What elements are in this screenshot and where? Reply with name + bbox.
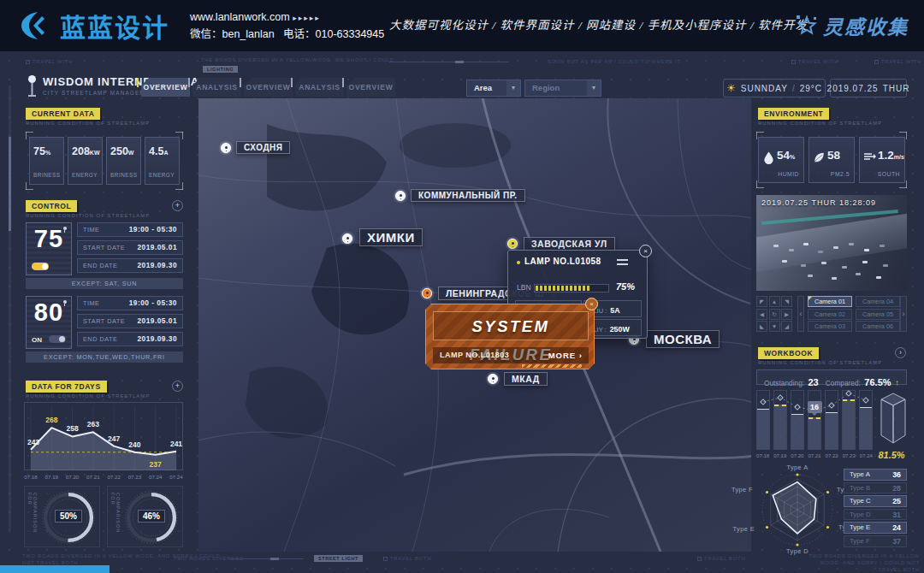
end-date-row[interactable]: END DATE2019.09.30: [77, 332, 183, 346]
map-pin-skhodnya[interactable]: [218, 140, 234, 156]
type-row-f[interactable]: Type F37: [844, 535, 907, 547]
current-data-subtitle: RUNNING CONDITION OF STREETLAMP: [26, 121, 150, 126]
svg-text:263: 263: [87, 420, 99, 428]
svg-text:240: 240: [128, 440, 140, 449]
bar-date-label: 07.18: [756, 452, 769, 458]
tab-overview-2[interactable]: OVERVIEW: [244, 78, 293, 97]
weather-condition: SUNNDAY: [741, 84, 788, 93]
pan-up-left-button[interactable]: ◤: [756, 296, 767, 307]
workbook-expand-button[interactable]: ›: [895, 347, 906, 358]
time-row[interactable]: TIME19:00 - 05:30: [77, 296, 183, 310]
camera-04-button[interactable]: Camera 04: [856, 296, 900, 307]
decor-bottom-check-2: TRAVEL BOTH: [697, 555, 745, 562]
bar-slot: [859, 390, 873, 450]
power-toggle-2[interactable]: [49, 335, 66, 343]
week-chart-add-button[interactable]: +: [172, 381, 183, 392]
pan-up-button[interactable]: ▲: [769, 296, 780, 307]
pan-right-button[interactable]: ▶: [781, 309, 792, 320]
brightness-level-box-1: 75 ON: [26, 222, 72, 275]
system-failure-alert: SYSTEM FAILURE LAMP NO.L01803 MORE ›: [425, 304, 595, 369]
start-date-row[interactable]: START DATE2019.05.01: [77, 240, 183, 255]
streetlamp-icon: [26, 74, 38, 98]
reset-view-button[interactable]: ↻: [769, 309, 780, 320]
map-pin-khimki[interactable]: [340, 231, 355, 246]
camera-02-button[interactable]: Camera 02: [808, 309, 852, 320]
alert-lamp-id: LAMP NO.L01803: [440, 347, 509, 363]
alert-title: SYSTEM FAILURE: [433, 311, 589, 340]
control-add-button[interactable]: +: [172, 200, 183, 211]
more-button[interactable]: MORE ›: [548, 347, 583, 363]
camera-01-button[interactable]: Camera 01: [808, 296, 852, 307]
map-label-skhodnya[interactable]: СХОДНЯ: [236, 141, 290, 154]
map-pin-leningradskoe[interactable]: [419, 286, 435, 301]
traffic-decoration: [756, 195, 761, 198]
type-row-c[interactable]: Type C25: [844, 495, 907, 507]
dashboard: TRAVEL WITH THE ROADS DIVERGED IN A YELL…: [0, 51, 924, 573]
radar-label: Type F: [732, 486, 753, 493]
humidity-card: 54% HUMID: [758, 137, 804, 183]
tab-tick: [188, 78, 190, 87]
brightness-level-box-2: 80 ON: [26, 296, 72, 349]
tab-overview-3[interactable]: OVERVIEW: [346, 78, 395, 97]
checkbox-icon: [874, 60, 879, 64]
close-icon[interactable]: ×: [639, 245, 652, 257]
arrow-up-icon: ↑: [895, 378, 899, 387]
map-label-moskva[interactable]: МОСКВА: [646, 330, 720, 348]
time-row[interactable]: TIME19:00 - 05:30: [77, 222, 183, 237]
camera-06-button[interactable]: Camera 06: [856, 321, 900, 332]
checkbox-icon: [697, 557, 702, 561]
checkbox-icon: [383, 557, 388, 561]
tab-overview-1[interactable]: OVERVIEW: [141, 78, 190, 97]
end-date-row[interactable]: END DATE2019.09.30: [77, 258, 183, 273]
camera-03-button[interactable]: Camera 03: [808, 321, 852, 332]
tab-analysis-1[interactable]: ANALYSIS: [192, 78, 241, 97]
arrows-decoration: ▸▸▸▸▸: [293, 14, 321, 22]
map-label-mkad[interactable]: МКАД: [504, 372, 548, 386]
alert-close-icon[interactable]: ×: [585, 298, 598, 310]
type-row-d[interactable]: Type D31: [844, 509, 907, 521]
decor-bottom-right: TWO ROADS DIVERGED IN A YELLOW WOOD, AND…: [800, 552, 920, 573]
bar-date-label: 07.20: [791, 452, 803, 458]
left-scrollbar[interactable]: [9, 86, 11, 530]
map-pin-kommunalny[interactable]: [393, 188, 408, 204]
filters-icon[interactable]: [617, 259, 628, 265]
pan-down-left-button[interactable]: ◣: [756, 321, 767, 332]
area-select[interactable]: Area ▼: [466, 80, 521, 97]
power-toggle-1[interactable]: [32, 263, 49, 270]
date-widget: 2019.07.25 THUR: [830, 79, 907, 97]
lanlan-logo-icon: [19, 11, 53, 40]
pan-up-right-button[interactable]: ◥: [781, 296, 792, 307]
camera-next-button[interactable]: ›: [900, 296, 907, 332]
environment-title: ENVIRONMENT: [758, 108, 829, 120]
camera-timestamp: 2019.07.25 THUR 18:28:09: [761, 198, 876, 207]
start-date-row[interactable]: START DATE2019.05.01: [77, 314, 183, 328]
region-select[interactable]: Region ▼: [524, 80, 601, 97]
map-label-kommunalny[interactable]: КОММУНАЛЬНЫЙ ПР.: [411, 189, 525, 202]
bar-date-label: 07.24: [860, 452, 873, 458]
collection-brand[interactable]: 灵感收集: [796, 0, 909, 51]
workbook-stats: Outstanding: 23 Compared: 76.5% ↑: [756, 369, 907, 385]
type-row-a[interactable]: Type A36: [844, 469, 907, 481]
pan-left-button[interactable]: ◀: [756, 309, 767, 320]
lanlan-logo[interactable]: 蓝蓝设计: [19, 7, 169, 44]
tab-analysis-2[interactable]: ANALYSIS: [295, 78, 344, 97]
street-light-badge: STREET LIGHT: [314, 555, 363, 562]
current-data-cards: 75% BRINESS 208KW ENERGY 250W BRINESS 4.…: [26, 132, 183, 190]
caret-down-icon: ▼: [587, 80, 601, 96]
camera-prev-button[interactable]: ‹: [797, 296, 804, 332]
type-row-b[interactable]: Type B28: [844, 482, 907, 494]
pan-down-button[interactable]: ▼: [769, 321, 780, 332]
svg-text:07.20: 07.20: [66, 474, 80, 480]
camera-05-button[interactable]: Camera 05: [856, 309, 900, 320]
camera-feed[interactable]: 2019.07.25 THUR 18:28:09: [756, 195, 907, 291]
page-title: WISDOM INTERNET OF LAMP: [43, 75, 217, 88]
date-value: 2019.07.25: [827, 84, 879, 93]
site-url[interactable]: www.lanlanwork.com: [190, 11, 290, 23]
map-pin-mkad[interactable]: [485, 371, 500, 387]
pan-down-right-button[interactable]: ◢: [781, 321, 792, 332]
type-row-e[interactable]: Type E24: [844, 522, 907, 534]
tab-tick: [291, 78, 293, 87]
workbook-bar-chart: 16: [756, 390, 873, 450]
map-label-khimki[interactable]: ХИМКИ: [359, 228, 423, 246]
map-label-zavodskaya[interactable]: ЗАВОДСКАЯ УЛ: [524, 237, 615, 251]
